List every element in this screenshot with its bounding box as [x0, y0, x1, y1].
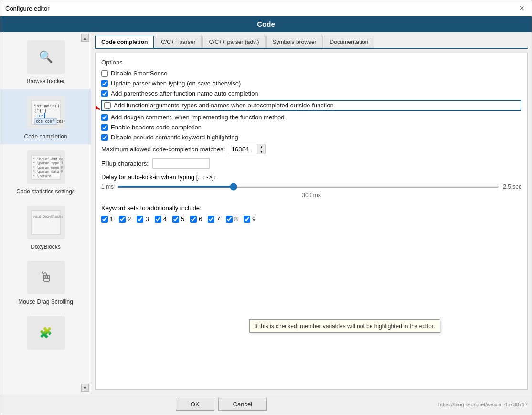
code-completion-icon: int main() {"{"} cos▌ cos cosf cosh — [24, 93, 67, 131]
option-row-add-function-args: Add function arguments' types and names … — [101, 100, 521, 111]
kw-checkbox-5[interactable] — [172, 216, 179, 223]
sidebar-scroll-down[interactable]: ▼ — [81, 384, 89, 392]
svg-text:cos▌: cos▌ — [36, 113, 47, 118]
delay-slider[interactable] — [117, 186, 499, 188]
kw-label-1: 1 — [110, 215, 113, 223]
delay-label: Delay for auto-kick-in when typing [. ::… — [101, 173, 521, 181]
keyword-section: Keyword sets to additionally include: 1 … — [101, 204, 521, 223]
kw-label-3: 3 — [145, 215, 149, 223]
cancel-button[interactable]: Cancel — [218, 398, 267, 411]
kw-item-2: 2 — [119, 215, 131, 223]
browse-tracker-label: BrowseTracker — [26, 78, 64, 85]
slider-row: 1 ms 2.5 sec — [101, 183, 521, 190]
checkbox-update-parser[interactable] — [101, 80, 108, 87]
footer-buttons: OK Cancel — [4, 398, 438, 411]
sidebar-item-code-stats[interactable]: * \brief Add menu ite * \param type The … — [0, 144, 91, 200]
code-stats-icon: * \brief Add menu ite * \param type The … — [24, 148, 67, 186]
mouse-drag-label: Mouse Drag Scrolling — [18, 298, 73, 306]
kw-item-5: 5 — [172, 215, 184, 223]
checkbox-add-parentheses[interactable] — [101, 90, 108, 97]
keyword-checkboxes: 1 2 3 4 — [101, 215, 521, 223]
checkbox-disable-smartsense[interactable] — [101, 70, 108, 77]
label-disable-pseudo: Disable pseudo semantic keyword highligh… — [111, 134, 238, 141]
kw-checkbox-6[interactable] — [190, 216, 197, 223]
options-panel: Options Disable SmartSense Update parser… — [95, 53, 528, 390]
tooltip-text: If this is checked, member variables wil… — [255, 323, 435, 330]
max-matches-label: Maximum allowed code-completion matches: — [101, 146, 225, 153]
svg-text:int main(): int main() — [34, 104, 60, 108]
footer: OK Cancel https://blog.csdn.net/weixin_4… — [0, 394, 532, 415]
kw-item-3: 3 — [137, 215, 149, 223]
kw-item-9: 9 — [244, 215, 255, 223]
svg-rect-12 — [32, 211, 60, 234]
right-panel: Code completion C/C++ parser C/C++ parse… — [91, 32, 532, 394]
sidebar-item-code-completion[interactable]: int main() {"{"} cos▌ cos cosf cosh Code… — [0, 89, 91, 145]
option-row-add-doxgen: Add doxgen comment, when implementing th… — [101, 114, 521, 121]
label-add-parentheses: Add parentheses after function name auto… — [111, 90, 258, 97]
sidebar-scroll-up[interactable]: ▲ — [81, 34, 89, 42]
kw-checkbox-8[interactable] — [226, 216, 233, 223]
sidebar-item-mouse-drag[interactable]: 🖱 Mouse Drag Scrolling — [0, 255, 91, 310]
checkbox-enable-headers[interactable] — [101, 124, 108, 131]
code-completion-label: Code completion — [24, 133, 67, 141]
ok-button[interactable]: OK — [176, 398, 214, 411]
keyword-title: Keyword sets to additionally include: — [101, 204, 521, 212]
slider-section: Delay for auto-kick-in when typing [. ::… — [101, 173, 521, 199]
header-title: Code — [257, 20, 275, 28]
kw-checkbox-3[interactable] — [137, 216, 143, 223]
tooltip-box: If this is checked, member variables wil… — [249, 319, 440, 333]
dialog-title: Configure editor — [5, 5, 50, 12]
kw-checkbox-2[interactable] — [119, 216, 126, 223]
checkbox-add-doxgen[interactable] — [101, 114, 108, 121]
label-update-parser: Update parser when typing (on save other… — [111, 80, 241, 87]
kw-item-4: 4 — [155, 215, 167, 223]
option-row-add-parentheses: Add parentheses after function name auto… — [101, 90, 521, 97]
kw-checkbox-1[interactable] — [101, 216, 108, 223]
kw-checkbox-7[interactable] — [208, 216, 214, 223]
sidebar-item-bottom[interactable]: 🧩 — [0, 310, 91, 358]
svg-text:{"{"}: {"{"} — [34, 108, 47, 113]
max-matches-input-container: ▲ ▼ — [229, 144, 266, 154]
option-row-disable-smartsense: Disable SmartSense — [101, 70, 521, 77]
label-enable-headers: Enable headers code-completion — [111, 124, 202, 131]
kw-label-4: 4 — [163, 215, 167, 223]
option-row-update-parser: Update parser when typing (on save other… — [101, 80, 521, 87]
kw-item-7: 7 — [208, 215, 220, 223]
tab-cpp-parser[interactable]: C/C++ parser — [155, 36, 202, 48]
sidebar-item-browse-tracker[interactable]: 🔍 BrowseTracker — [0, 34, 91, 89]
spin-down-button[interactable]: ▼ — [257, 149, 265, 154]
kw-checkbox-4[interactable] — [155, 216, 161, 223]
fillup-input[interactable] — [152, 158, 210, 169]
kw-item-1: 1 — [101, 215, 113, 223]
sidebar-item-doxyblocks[interactable]: void DoxyBlocks::B... DoxyBlocks — [0, 200, 91, 255]
kw-label-2: 2 — [128, 215, 131, 223]
kw-checkbox-9[interactable] — [244, 216, 250, 223]
svg-text:* \param data  Poin: * \param data Poin — [33, 170, 63, 174]
max-matches-input[interactable] — [229, 144, 257, 154]
code-stats-label: Code statistics settings — [16, 188, 75, 196]
mouse-drag-icon: 🖱 — [24, 258, 67, 297]
tab-symbols-browser[interactable]: Symbols browser — [266, 36, 323, 48]
red-arrow-indicator — [95, 96, 102, 115]
option-row-disable-pseudo: Disable pseudo semantic keyword highligh… — [101, 134, 521, 141]
max-matches-spinner: ▲ ▼ — [257, 144, 266, 154]
fillup-row: Fillup characters: — [101, 158, 521, 169]
svg-text:cos cosf cosh: cos cosf cosh — [36, 119, 63, 124]
tab-documentation[interactable]: Documentation — [324, 36, 375, 48]
kw-label-6: 6 — [199, 215, 202, 223]
tab-cpp-parser-adv[interactable]: C/C++ parser (adv.) — [202, 36, 265, 48]
spin-up-button[interactable]: ▲ — [257, 144, 265, 149]
label-add-function-args: Add function arguments' types and names … — [114, 102, 334, 109]
tabs-bar: Code completion C/C++ parser C/C++ parse… — [95, 36, 528, 49]
sidebar: ▲ 🔍 BrowseTracker int main() {"{"} — [0, 32, 91, 394]
kw-item-8: 8 — [226, 215, 238, 223]
svg-text:* \param type  The t: * \param type The t — [33, 161, 63, 165]
tab-code-completion[interactable]: Code completion — [95, 36, 154, 48]
max-matches-row: Maximum allowed code-completion matches:… — [101, 144, 521, 154]
close-button[interactable]: ✕ — [517, 3, 527, 13]
kw-label-9: 9 — [252, 215, 255, 223]
checkbox-disable-pseudo[interactable] — [101, 134, 108, 141]
configure-editor-dialog: Configure editor ✕ Code ▲ 🔍 BrowseTracke… — [0, 0, 532, 415]
checkbox-add-function-args[interactable] — [104, 102, 111, 109]
doxyblocks-icon: void DoxyBlocks::B... — [24, 203, 67, 242]
